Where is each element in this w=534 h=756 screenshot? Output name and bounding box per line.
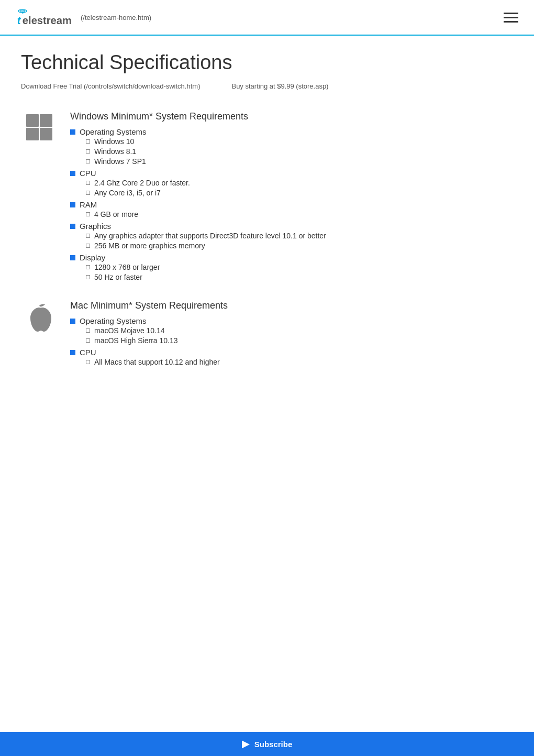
- bullet-icon: [70, 129, 75, 135]
- sub-bullet-icon: [86, 181, 90, 185]
- sub-bullet-icon: [86, 244, 90, 248]
- mac-section: Mac Minimum* System Requirements Operati…: [21, 300, 513, 369]
- svg-point-4: [21, 12, 24, 14]
- svg-rect-8: [40, 128, 52, 140]
- page-title: Technical Specifications: [21, 51, 513, 74]
- list-item: 50 Hz or faster: [86, 273, 513, 281]
- sub-bullet-icon: [86, 159, 90, 163]
- os-sublist: Windows 10 Windows 8.1 Windows 7 SP1: [70, 137, 513, 166]
- list-item: macOS High Sierra 10.13: [86, 336, 513, 345]
- list-item: 2.4 Ghz Core 2 Duo or faster.: [86, 179, 513, 187]
- sub-bullet-icon: [86, 212, 90, 216]
- mac-req-list: Operating Systems macOS Mojave 10.14 mac…: [70, 316, 513, 366]
- svg-text:t: t: [17, 15, 21, 26]
- mac-os-sublist: macOS Mojave 10.14 macOS High Sierra 10.…: [70, 326, 513, 345]
- list-item: Windows 8.1: [86, 147, 513, 156]
- windows-req-list: Operating Systems Windows 10 Windows 8.1…: [70, 127, 513, 281]
- mac-content: Mac Minimum* System Requirements Operati…: [70, 300, 513, 369]
- list-item: Graphics Any graphics adapter that suppo…: [70, 222, 513, 250]
- ram-sublist: 4 GB or more: [70, 210, 513, 218]
- graphics-sublist: Any graphics adapter that supports Direc…: [70, 232, 513, 250]
- apple-icon: [21, 300, 58, 369]
- bullet-icon: [70, 202, 75, 207]
- list-item: CPU 2.4 Ghz Core 2 Duo or faster. Any Co…: [70, 169, 513, 197]
- mac-title: Mac Minimum* System Requirements: [70, 300, 513, 311]
- hamburger-menu[interactable]: [504, 13, 518, 23]
- list-item: Display 1280 x 768 or larger 50 Hz or fa…: [70, 253, 513, 281]
- bullet-icon: [70, 171, 75, 176]
- buy-link[interactable]: Buy starting at $9.99 (store.asp): [231, 82, 328, 90]
- download-trial-link[interactable]: Download Free Trial (/controls/switch/do…: [21, 82, 200, 90]
- category-label: Operating Systems: [80, 316, 147, 325]
- sub-bullet-icon: [86, 139, 90, 144]
- windows-title: Windows Minimum* System Requirements: [70, 111, 513, 122]
- sub-bullet-icon: [86, 149, 90, 154]
- category-label: Operating Systems: [80, 127, 147, 136]
- category-label: RAM: [80, 200, 97, 209]
- bullet-icon: [70, 224, 75, 229]
- telestream-logo[interactable]: t elestream: [16, 7, 73, 27]
- windows-icon: [21, 111, 58, 284]
- sub-bullet-icon: [86, 275, 90, 279]
- svg-text:elestream: elestream: [23, 15, 72, 26]
- list-item: macOS Mojave 10.14: [86, 326, 513, 335]
- list-item: Operating Systems Windows 10 Windows 8.1…: [70, 127, 513, 166]
- list-item: RAM 4 GB or more: [70, 200, 513, 218]
- list-item: 256 MB or more graphics memory: [86, 242, 513, 250]
- sub-bullet-icon: [86, 328, 90, 333]
- main-content: Technical Specifications Download Free T…: [0, 36, 534, 406]
- sub-bullet-icon: [86, 338, 90, 343]
- sub-bullet-icon: [86, 191, 90, 195]
- list-item: Any Core i3, i5, or i7: [86, 189, 513, 197]
- svg-rect-7: [26, 128, 39, 140]
- category-label: Graphics: [80, 222, 111, 231]
- svg-rect-5: [26, 114, 39, 127]
- logo-area: t elestream (/telestream-home.htm): [16, 7, 151, 27]
- mac-cpu-sublist: All Macs that support 10.12 and higher: [70, 358, 513, 366]
- windows-content: Windows Minimum* System Requirements Ope…: [70, 111, 513, 284]
- windows-section: Windows Minimum* System Requirements Ope…: [21, 111, 513, 284]
- bullet-icon: [70, 255, 75, 260]
- list-item: 1280 x 768 or larger: [86, 263, 513, 271]
- category-label: CPU: [80, 169, 96, 178]
- header-home-link[interactable]: (/telestream-home.htm): [81, 14, 151, 21]
- list-item: Any graphics adapter that supports Direc…: [86, 232, 513, 240]
- bullet-icon: [70, 319, 75, 324]
- list-item: Windows 10: [86, 137, 513, 146]
- category-label: CPU: [80, 348, 96, 357]
- site-header: t elestream (/telestream-home.htm): [0, 0, 534, 36]
- cpu-sublist: 2.4 Ghz Core 2 Duo or faster. Any Core i…: [70, 179, 513, 197]
- action-links: Download Free Trial (/controls/switch/do…: [21, 82, 513, 90]
- category-label: Display: [80, 253, 105, 262]
- sub-bullet-icon: [86, 234, 90, 238]
- sub-bullet-icon: [86, 265, 90, 269]
- sub-bullet-icon: [86, 360, 90, 364]
- list-item: All Macs that support 10.12 and higher: [86, 358, 513, 366]
- list-item: Operating Systems macOS Mojave 10.14 mac…: [70, 316, 513, 345]
- svg-rect-6: [40, 114, 52, 127]
- bullet-icon: [70, 350, 75, 355]
- list-item: CPU All Macs that support 10.12 and high…: [70, 348, 513, 366]
- list-item: 4 GB or more: [86, 210, 513, 218]
- display-sublist: 1280 x 768 or larger 50 Hz or faster: [70, 263, 513, 281]
- list-item: Windows 7 SP1: [86, 157, 513, 166]
